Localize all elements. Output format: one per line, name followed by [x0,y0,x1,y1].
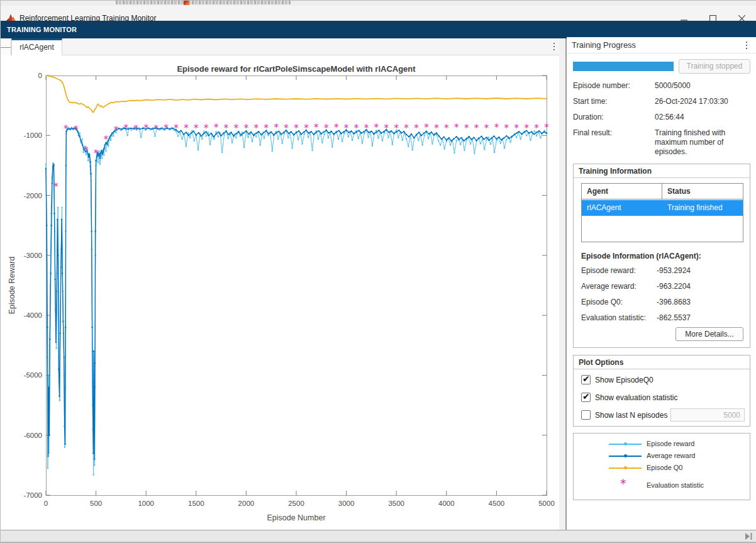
svg-text:4500: 4500 [489,500,505,507]
svg-text:*: * [504,123,509,134]
svg-text:*: * [334,122,339,133]
ribbon-tab-training-monitor[interactable]: TRAINING MONITOR [7,21,77,38]
training-progress-panel: Training Progress Training stopped Episo… [567,37,756,530]
final-result-value: Training finished with maximum number of… [655,128,752,157]
chart-panel: 0500100015002000250030003500400045005000… [1,55,565,530]
svg-text:*: * [74,124,79,135]
duration-value: 02:56:44 [655,113,752,122]
svg-text:*: * [484,123,489,134]
checkmark-icon: ✔ [582,374,590,384]
svg-text:*: * [524,123,529,134]
bottom-scrollbar[interactable] [1,530,756,542]
svg-text:*: * [64,123,69,135]
background-window-fragment [1,1,756,6]
show-evaluation-statistic-checkbox[interactable]: ✔ [581,393,591,402]
plot-options-card: Plot Options ✔ Show EpisodeQ0 ✔ Show eva… [573,355,750,427]
svg-text:-7000: -7000 [24,491,42,499]
svg-text:-4000: -4000 [24,311,42,319]
svg-text:*: * [464,123,469,134]
legend-item-episode-q0: Episode Q0 [574,462,750,474]
svg-text:*: * [364,123,369,134]
training-information-title: Training Information [579,167,652,176]
svg-text:*: * [414,123,419,134]
episode-reward-marker [624,442,627,445]
svg-text:*: * [184,123,189,134]
titlebar: Reinforcement Learning Training Monitor [1,6,756,21]
legend-item-evaluation-statistic: * Evaluation statistic [574,476,750,493]
show-last-n-episodes-label: Show last N episodes [595,411,667,420]
final-result-label: Final result: [573,128,612,137]
episode-reward-row: Episode reward: -953.2924 [581,266,745,275]
svg-text:*: * [354,123,359,134]
svg-text:*: * [404,123,409,134]
svg-text:1500: 1500 [188,500,204,507]
svg-text:*: * [143,123,148,134]
svg-text:*: * [104,134,109,145]
svg-text:Episode Reward: Episode Reward [8,257,16,315]
svg-text:*: * [214,122,219,133]
svg-text:*: * [444,123,449,134]
svg-text:*: * [434,123,439,134]
reward-chart[interactable]: 0500100015002000250030003500400045005000… [1,55,565,530]
document-tab-strip: rlACAgent [1,38,565,55]
svg-text:*: * [344,123,349,134]
svg-text:3000: 3000 [338,500,355,507]
evaluation-statistic-asterisk-icon: * [620,476,626,490]
svg-text:*: * [284,123,289,134]
tab-rlacagent[interactable]: rlACAgent [11,38,62,55]
show-episodeq0-checkbox[interactable]: ✔ [581,375,591,384]
evaluation-statistic-value: -862.5537 [657,313,691,322]
tab-list-icon[interactable] [1,39,11,55]
chart-panel-gutter [559,38,565,530]
legend-label: Episode reward [647,440,694,447]
panel-options-ellipsis-icon[interactable] [742,38,752,52]
agent-column-header: Agent [582,184,662,199]
svg-text:*: * [194,123,199,134]
svg-text:*: * [264,123,269,134]
episode-reward-value: -953.2924 [657,266,691,275]
average-reward-marker [624,454,627,457]
legend-label: Average reward [647,452,695,459]
svg-text:-6000: -6000 [24,432,42,439]
more-details-button[interactable]: More Details... [675,327,743,341]
training-stopped-button[interactable]: Training stopped [679,59,750,74]
evaluation-statistic-row: Evaluation statistic: -862.5537 [581,313,745,322]
svg-text:500: 500 [90,500,102,507]
ribbon-tab-bar: TRAINING MONITOR [1,21,756,38]
episode-reward-label: Episode reward: [581,266,636,275]
show-last-n-episodes-checkbox[interactable]: ✔ [581,410,591,420]
show-episodeq0-label: Show EpisodeQ0 [595,376,653,384]
svg-text:*: * [304,123,309,134]
training-progress-bar-fill [573,62,674,71]
svg-text:2500: 2500 [288,500,304,507]
svg-text:*: * [174,123,179,134]
svg-text:*: * [224,123,229,134]
svg-text:*: * [324,123,329,134]
agent-cell: rlACAgent [582,200,662,216]
svg-text:*: * [234,123,239,134]
svg-text:*: * [124,123,129,134]
legend-item-episode-reward: Episode reward [574,439,750,450]
tab-options-ellipsis-icon[interactable] [549,40,559,53]
start-time-value: 26-Oct-2024 17:03:30 [655,97,752,106]
svg-text:4000: 4000 [438,500,455,507]
status-cell: Training finished [662,200,743,216]
background-matlab-logo-icon [184,1,189,5]
svg-text:*: * [384,123,389,134]
status-column-header: Status [662,184,743,199]
episode-number-label: Episode number: [573,81,630,90]
legend-item-average-reward: Average reward [574,451,750,462]
svg-text:*: * [514,123,519,134]
skip-to-end-icon[interactable] [745,533,753,540]
svg-text:*: * [394,123,399,134]
agent-table-selected-row[interactable]: rlACAgent Training finished [582,200,743,216]
svg-text:3500: 3500 [388,500,404,507]
svg-text:*: * [94,148,99,159]
checkmark-icon: ✔ [582,391,590,401]
svg-text:*: * [474,123,479,134]
background-window-title-blur [116,1,291,4]
last-n-episodes-input[interactable] [670,408,745,422]
svg-text:-2000: -2000 [24,192,42,199]
svg-text:*: * [494,122,499,133]
start-time-label: Start time: [573,97,608,106]
